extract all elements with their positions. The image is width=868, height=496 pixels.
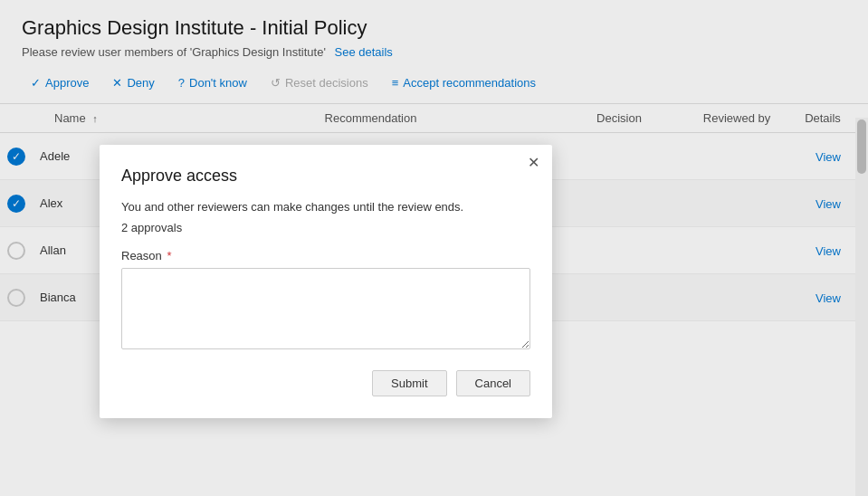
cancel-button[interactable]: Cancel bbox=[456, 370, 530, 396]
modal-approvals: 2 approvals bbox=[121, 221, 530, 234]
page-wrapper: Graphics Design Institute - Initial Poli… bbox=[0, 0, 868, 496]
modal-close-button[interactable]: ✕ bbox=[528, 156, 539, 170]
required-indicator: * bbox=[167, 249, 171, 262]
modal-footer: Submit Cancel bbox=[121, 370, 530, 396]
modal-description: You and other reviewers can make changes… bbox=[121, 200, 530, 214]
close-icon: ✕ bbox=[528, 155, 539, 170]
reason-label-text: Reason bbox=[121, 249, 162, 262]
approve-access-modal: ✕ Approve access You and other reviewers… bbox=[100, 145, 552, 418]
reason-textarea[interactable] bbox=[121, 268, 530, 349]
submit-button[interactable]: Submit bbox=[372, 370, 446, 396]
reason-label: Reason * bbox=[121, 249, 530, 262]
modal-overlay: ✕ Approve access You and other reviewers… bbox=[0, 0, 868, 496]
modal-title: Approve access bbox=[121, 167, 530, 186]
